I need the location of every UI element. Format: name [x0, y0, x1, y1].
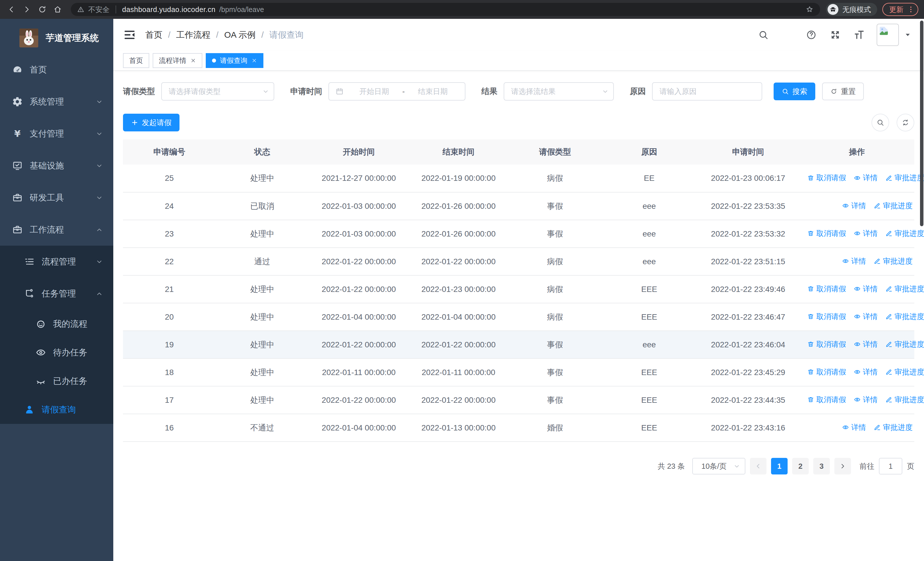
- action-label: 审批进度: [895, 311, 924, 322]
- sidebar-item-我的流程[interactable]: 我的流程: [0, 310, 113, 338]
- view-icon: [842, 202, 849, 209]
- sidebar-item-系统管理[interactable]: 系统管理: [0, 86, 113, 118]
- sidebar-item-基础设施[interactable]: 基础设施: [0, 150, 113, 182]
- breadcrumb-item[interactable]: 工作流程: [176, 29, 210, 41]
- create-leave-button[interactable]: 发起请假: [123, 114, 180, 131]
- sidebar-item-首页[interactable]: 首页: [0, 54, 113, 86]
- action-progress-link[interactable]: 审批进度: [873, 423, 913, 432]
- sidebar-item-支付管理[interactable]: ¥支付管理: [0, 118, 113, 150]
- view-icon: [854, 368, 861, 376]
- action-detail-link[interactable]: 详情: [854, 173, 878, 183]
- prev-page-button[interactable]: [750, 458, 766, 474]
- action-detail-link[interactable]: 详情: [854, 284, 878, 294]
- back-icon[interactable]: [6, 4, 17, 15]
- leave-type-select[interactable]: 请选择请假类型: [161, 82, 274, 101]
- refresh-table-button[interactable]: [897, 114, 914, 131]
- search-button[interactable]: 搜索: [774, 83, 815, 100]
- page-size-select[interactable]: 10条/页: [692, 458, 746, 474]
- action-progress-link[interactable]: 审批进度: [885, 311, 924, 322]
- page-button-3[interactable]: 3: [813, 458, 830, 474]
- apply-time-range-picker[interactable]: 开始日期 - 结束日期: [328, 82, 465, 101]
- sidebar-item-研发工具[interactable]: 研发工具: [0, 182, 113, 214]
- breadcrumb-item[interactable]: OA 示例: [224, 29, 256, 41]
- sidebar-item-流程管理[interactable]: 流程管理: [0, 246, 113, 278]
- action-cancel-link[interactable]: 取消请假: [807, 173, 846, 183]
- action-cancel-link[interactable]: 取消请假: [807, 229, 846, 239]
- action-progress-link[interactable]: 审批进度: [873, 256, 913, 266]
- cell-start: 2022-01-22 00:00:00: [309, 248, 409, 275]
- action-cancel-link[interactable]: 取消请假: [807, 395, 846, 405]
- reload-icon[interactable]: [36, 4, 48, 15]
- user-menu[interactable]: [877, 24, 912, 46]
- action-progress-link[interactable]: 审批进度: [885, 367, 924, 377]
- action-detail-link[interactable]: 详情: [854, 229, 878, 239]
- cell-type: 婚假: [508, 414, 602, 442]
- result-select[interactable]: 请选择流结果: [504, 82, 614, 101]
- action-cancel-link[interactable]: 取消请假: [807, 367, 846, 377]
- sidebar-item-工作流程[interactable]: 工作流程: [0, 214, 113, 246]
- browser-toolbar: 不安全 dashboard.yudao.iocoder.cn/bpm/oa/le…: [0, 0, 924, 19]
- address-bar[interactable]: 不安全 dashboard.yudao.iocoder.cn/bpm/oa/le…: [71, 3, 820, 16]
- action-progress-link[interactable]: 审批进度: [885, 229, 924, 239]
- action-detail-link[interactable]: 详情: [854, 339, 878, 349]
- action-detail-link[interactable]: 详情: [842, 201, 866, 211]
- cell-start: 2021-12-27 00:00:00: [309, 164, 409, 192]
- action-label: 审批进度: [895, 339, 924, 349]
- breadcrumb-item[interactable]: 首页: [145, 29, 162, 41]
- delete-icon: [807, 285, 814, 292]
- cell-reason: EEE: [602, 303, 697, 331]
- close-icon: [190, 58, 196, 63]
- sidebar-item-已办任务[interactable]: 已办任务: [0, 367, 113, 396]
- tab-label: 请假查询: [220, 56, 248, 65]
- tab-首页[interactable]: 首页: [123, 53, 149, 68]
- action-detail-link[interactable]: 详情: [854, 367, 878, 377]
- action-detail-link[interactable]: 详情: [854, 395, 878, 405]
- calendar-icon: [335, 87, 344, 96]
- tab-请假查询[interactable]: 请假查询: [206, 53, 263, 68]
- table-row: 16不通过2022-01-04 00:00:002022-01-13 00:00…: [123, 414, 914, 442]
- font-size-icon: [854, 29, 865, 40]
- action-progress-link[interactable]: 审批进度: [885, 173, 924, 183]
- edit-icon: [885, 340, 892, 348]
- forward-icon[interactable]: [21, 4, 33, 15]
- next-page-button[interactable]: [834, 458, 851, 474]
- action-progress-link[interactable]: 审批进度: [873, 201, 913, 211]
- table-row: 23处理中2022-01-03 00:00:002022-01-26 00:00…: [123, 220, 914, 248]
- omnibox-divider: [116, 5, 116, 14]
- caret-down-icon: [904, 31, 912, 39]
- page-button-2[interactable]: 2: [792, 458, 809, 474]
- action-cancel-link[interactable]: 取消请假: [807, 311, 846, 322]
- action-cancel-link[interactable]: 取消请假: [807, 339, 846, 349]
- chevron-down-icon: [95, 129, 104, 138]
- hamburger-icon[interactable]: [123, 28, 136, 41]
- action-label: 详情: [863, 229, 878, 239]
- action-detail-link[interactable]: 详情: [842, 423, 866, 432]
- action-detail-link[interactable]: 详情: [854, 311, 878, 322]
- show-search-button[interactable]: [872, 114, 889, 131]
- action-detail-link[interactable]: 详情: [842, 256, 866, 266]
- column-header-结束时间: 结束时间: [409, 139, 508, 164]
- action-label: 审批进度: [883, 423, 913, 432]
- cell-status: 处理中: [216, 220, 309, 248]
- reset-button[interactable]: 重置: [822, 83, 864, 100]
- action-progress-link[interactable]: 审批进度: [885, 284, 924, 294]
- cell-id: 18: [123, 358, 216, 386]
- sidebar-item-待办任务[interactable]: 待办任务: [0, 338, 113, 367]
- bookmark-star-icon[interactable]: [805, 5, 814, 14]
- browser-update-button[interactable]: 更新: [882, 3, 918, 16]
- cell-start: 2022-01-11 00:00:00: [309, 358, 409, 386]
- scrollbar-thumb[interactable]: [920, 21, 923, 226]
- leave-type-label: 请假类型: [123, 86, 155, 97]
- tab-流程详情[interactable]: 流程详情: [153, 53, 202, 68]
- reason-input[interactable]: 请输入原因: [652, 82, 762, 101]
- action-cancel-link[interactable]: 取消请假: [807, 284, 846, 294]
- action-progress-link[interactable]: 审批进度: [885, 395, 924, 405]
- action-progress-link[interactable]: 审批进度: [885, 339, 924, 349]
- goto-page-input[interactable]: [879, 458, 902, 474]
- sidebar-logo-row[interactable]: 芋道管理系统: [0, 22, 113, 54]
- home-icon[interactable]: [52, 4, 63, 15]
- sidebar-item-请假查询[interactable]: 请假查询: [0, 396, 113, 424]
- page-button-1[interactable]: 1: [771, 458, 788, 474]
- cell-id: 17: [123, 386, 216, 414]
- sidebar-item-任务管理[interactable]: 任务管理: [0, 278, 113, 310]
